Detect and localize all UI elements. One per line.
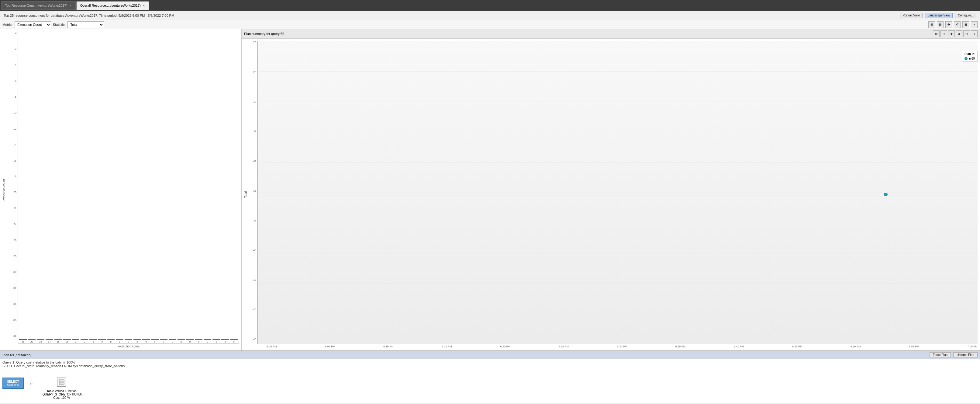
bar[interactable] xyxy=(54,339,62,340)
scatter-y-tick: 34 xyxy=(253,160,256,163)
plan-bar: Plan 69 [not forced] Force Plan Unforce … xyxy=(0,351,980,359)
y-tick: 30 xyxy=(13,271,16,273)
bar-group[interactable]: 8 xyxy=(204,339,211,343)
bar-group[interactable]: 8 xyxy=(89,339,97,343)
bar[interactable] xyxy=(142,339,150,340)
bar-group[interactable]: 29 xyxy=(28,339,35,343)
bar-label: 8 xyxy=(93,340,94,343)
tab-overall-resource[interactable]: Overall Resource....dventureWorks2017) ✕ xyxy=(76,1,149,10)
bar-group[interactable]: 16 xyxy=(63,339,71,343)
reset-button[interactable]: ↺ xyxy=(954,21,961,28)
bar-group[interactable]: 8 xyxy=(230,339,238,343)
bar[interactable] xyxy=(213,339,220,340)
bar-group[interactable]: 8 xyxy=(151,339,159,343)
metric-label: Metric xyxy=(2,23,11,27)
bar-group[interactable]: 8 xyxy=(221,339,229,343)
bar-group[interactable]: 8 xyxy=(125,339,132,343)
portrait-view-button[interactable]: Portrait View xyxy=(900,13,923,18)
bar-label: 8 xyxy=(207,340,208,343)
bar[interactable] xyxy=(195,339,202,340)
bar-chart-button[interactable]: ▦ xyxy=(963,21,969,28)
bar[interactable] xyxy=(116,339,123,340)
zoom-in-button[interactable]: ⊞ xyxy=(928,21,935,28)
bar[interactable] xyxy=(125,339,132,340)
bar-group[interactable]: 9 xyxy=(81,339,88,343)
bar-group[interactable]: 17 xyxy=(46,339,53,343)
bar-group[interactable]: 8 xyxy=(142,339,150,343)
y-tick: 4 xyxy=(15,64,16,66)
close-icon[interactable]: ✕ xyxy=(143,4,145,7)
zoom-out-button[interactable]: ⊟ xyxy=(937,21,943,28)
y-axis-label: execution count xyxy=(2,32,7,348)
tab-resource-consumers[interactable]: Top Resource Cons....ventureWorks2017) ✕ xyxy=(1,1,76,10)
bar-group[interactable]: 16 xyxy=(54,339,62,343)
main-area: Metric Execution Count Statistic Total ⊞… xyxy=(0,20,980,403)
bar-group[interactable]: 8 xyxy=(98,339,106,343)
bar[interactable] xyxy=(19,339,27,340)
rp-zoom-rect-button[interactable]: ⊡ xyxy=(963,30,970,37)
y-tick: 0 xyxy=(15,32,16,34)
bar[interactable] xyxy=(89,339,97,340)
bar[interactable] xyxy=(169,339,176,340)
plan-label: Plan 69 [not forced] xyxy=(2,353,31,357)
rp-zoom-out-button[interactable]: ⊟ xyxy=(940,30,947,37)
bar-label: 8 xyxy=(137,340,138,343)
close-icon[interactable]: ✕ xyxy=(69,4,72,7)
bar[interactable] xyxy=(98,339,106,340)
bar-label: 8 xyxy=(145,340,146,343)
arrow-icon: ← xyxy=(29,380,34,387)
rp-reset-button[interactable]: ↺ xyxy=(956,30,963,37)
bar-group[interactable]: 8 xyxy=(134,339,141,343)
scatter-x-tick: 6:30 PM xyxy=(617,345,627,348)
scatter-x-tick: 6:45 PM xyxy=(792,345,802,348)
unforce-plan-button[interactable]: Unforce Plan xyxy=(953,352,978,358)
bar-group[interactable]: 8 xyxy=(107,339,115,343)
bar-group[interactable]: 8 xyxy=(213,339,220,343)
query-line2: SELECT actual_state, readonly_reason FRO… xyxy=(2,364,978,368)
bar[interactable] xyxy=(160,339,167,340)
bar-group[interactable]: 18 xyxy=(37,339,45,343)
bar-label: 8 xyxy=(224,340,226,343)
bar[interactable] xyxy=(178,339,185,340)
bar[interactable] xyxy=(81,339,88,340)
configure-button[interactable]: Configure... xyxy=(955,13,976,18)
force-plan-button[interactable]: Force Plan xyxy=(929,352,951,358)
y-tick: 36 xyxy=(13,319,16,321)
scatter-y-tick: 46 xyxy=(253,338,256,341)
bar-group[interactable]: 9 xyxy=(72,339,80,343)
bar-group[interactable]: 8 xyxy=(195,339,202,343)
pan-button[interactable]: ✥ xyxy=(945,21,952,28)
bar-group[interactable]: 8 xyxy=(160,339,167,343)
y-tick: 38 xyxy=(13,335,16,337)
bar-label: 8 xyxy=(119,340,120,343)
scatter-y-tick: 44 xyxy=(253,308,256,311)
bar[interactable] xyxy=(151,339,159,340)
bar[interactable] xyxy=(63,339,71,340)
bar-group[interactable]: 8 xyxy=(169,339,176,343)
bar[interactable] xyxy=(134,339,141,340)
bar[interactable] xyxy=(221,339,229,340)
bar[interactable] xyxy=(186,339,194,340)
bar[interactable] xyxy=(107,339,115,340)
rp-collapse-button[interactable]: ‹ xyxy=(971,30,978,37)
left-panel: execution count 383634323028262422201816… xyxy=(0,29,242,350)
metric-dropdown[interactable]: Execution Count xyxy=(14,21,51,28)
func-node-sublabel: [QUERY_STORE_OPTIONS] xyxy=(41,393,81,396)
bar-group[interactable]: 8 xyxy=(186,339,194,343)
bar[interactable] xyxy=(37,339,45,340)
rp-pan-button[interactable]: ✥ xyxy=(948,30,955,37)
collapse-left-button[interactable]: › xyxy=(971,21,978,28)
bar[interactable] xyxy=(72,339,80,340)
statistic-dropdown[interactable]: Total xyxy=(67,21,104,28)
bar[interactable] xyxy=(204,339,211,340)
y-tick: 6 xyxy=(15,80,16,83)
landscape-view-button[interactable]: Landscape View xyxy=(925,13,953,18)
bar[interactable] xyxy=(28,339,35,340)
bar[interactable] xyxy=(46,339,53,340)
scatter-dot[interactable] xyxy=(884,193,888,196)
rp-zoom-in-button[interactable]: ⊞ xyxy=(933,30,940,37)
bar[interactable] xyxy=(230,339,238,340)
bar-group[interactable]: 36 xyxy=(19,339,27,343)
bar-group[interactable]: 8 xyxy=(178,339,185,343)
bar-group[interactable]: 8 xyxy=(116,339,123,343)
